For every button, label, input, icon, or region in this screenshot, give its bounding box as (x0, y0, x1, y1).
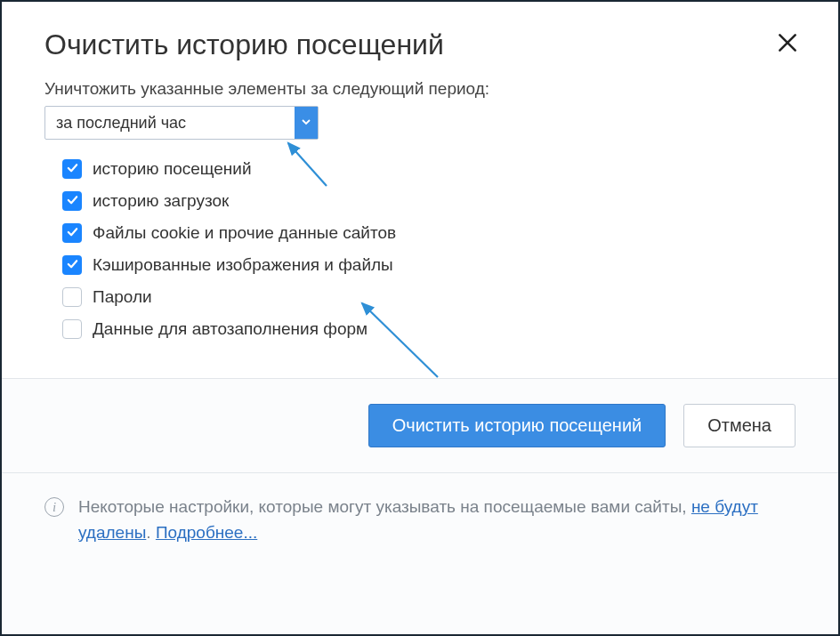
dialog-footer: Очистить историю посещений Отмена (2, 378, 838, 472)
checkbox-autofill[interactable] (62, 319, 82, 339)
option-cookies[interactable]: Файлы cookie и прочие данные сайтов (62, 223, 796, 243)
check-icon (66, 161, 79, 178)
option-label: Данные для автозаполнения форм (93, 319, 368, 339)
checkbox-cookies[interactable] (62, 223, 82, 243)
period-select-arrow (295, 107, 318, 139)
chevron-down-icon (301, 115, 311, 131)
clear-history-button[interactable]: Очистить историю посещений (368, 404, 666, 447)
dialog-title: Очистить историю посещений (44, 28, 444, 61)
info-text: Некоторые настройки, которые могут указы… (78, 495, 796, 545)
info-bar: i Некоторые настройки, которые могут ука… (2, 472, 838, 634)
option-label: Пароли (93, 287, 152, 307)
dialog-header: Очистить историю посещений (2, 2, 838, 70)
options-list: историю посещений историю загрузок Файлы… (44, 159, 796, 339)
option-download-history[interactable]: историю загрузок (62, 191, 796, 211)
checkbox-download-history[interactable] (62, 191, 82, 211)
info-sep: . (146, 523, 156, 542)
checkbox-passwords[interactable] (62, 287, 82, 307)
option-autofill[interactable]: Данные для автозаполнения форм (62, 319, 796, 339)
option-cached-images[interactable]: Кэшированные изображения и файлы (62, 255, 796, 275)
info-icon: i (44, 497, 64, 517)
close-button[interactable] (772, 28, 803, 59)
period-select[interactable]: за последний час (44, 106, 319, 140)
period-label: Уничтожить указанные элементы за следующ… (44, 79, 796, 99)
option-passwords[interactable]: Пароли (62, 287, 796, 307)
clear-history-dialog: Очистить историю посещений Уничтожить ук… (0, 0, 840, 636)
checkbox-cached-images[interactable] (62, 255, 82, 275)
option-label: историю посещений (93, 159, 252, 179)
option-label: Файлы cookie и прочие данные сайтов (93, 223, 396, 243)
period-select-value: за последний час (45, 107, 295, 139)
checkbox-browsing-history[interactable] (62, 159, 82, 179)
dialog-body: Уничтожить указанные элементы за следующ… (2, 70, 838, 378)
option-browsing-history[interactable]: историю посещений (62, 159, 796, 179)
info-link-more[interactable]: Подробнее... (156, 523, 257, 542)
option-label: Кэшированные изображения и файлы (93, 255, 393, 275)
option-label: историю загрузок (93, 191, 229, 211)
info-text-part1: Некоторые настройки, которые могут указы… (78, 497, 691, 516)
check-icon (66, 193, 79, 210)
check-icon (66, 225, 79, 242)
close-icon (776, 27, 799, 60)
cancel-button[interactable]: Отмена (683, 404, 796, 447)
check-icon (66, 257, 79, 274)
